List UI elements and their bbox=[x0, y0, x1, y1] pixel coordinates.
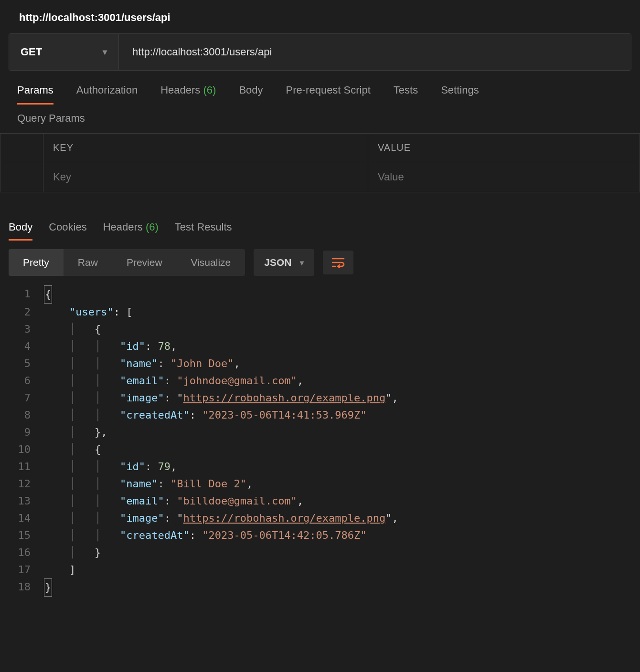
code-line: 10 │ { bbox=[9, 441, 631, 458]
code-line: 16 │ } bbox=[9, 544, 631, 561]
params-checkbox-header bbox=[0, 134, 43, 162]
code-line: 13 │ │ "email": "billdoe@gmail.com", bbox=[9, 493, 631, 510]
code-content: │ │ "image": "https://robohash.org/examp… bbox=[44, 389, 398, 407]
url-input[interactable] bbox=[119, 34, 631, 70]
params-key-header: KEY bbox=[43, 134, 368, 162]
line-number: 17 bbox=[9, 561, 44, 578]
code-line: 12 │ │ "name": "Bill Doe 2", bbox=[9, 475, 631, 493]
params-row-checkbox[interactable] bbox=[0, 162, 43, 192]
line-number: 13 bbox=[9, 493, 44, 510]
code-content: │ { bbox=[44, 441, 101, 458]
params-value-input[interactable] bbox=[378, 171, 630, 183]
query-params-table: KEY VALUE bbox=[0, 133, 640, 192]
tab-count: (6) bbox=[200, 84, 216, 96]
line-number: 15 bbox=[9, 527, 44, 544]
view-mode-visualize[interactable]: Visualize bbox=[177, 249, 245, 276]
request-tab-tests[interactable]: Tests bbox=[394, 84, 418, 105]
response-tab-test-results[interactable]: Test Results bbox=[175, 221, 232, 241]
code-line: 4 │ │ "id": 78, bbox=[9, 338, 631, 355]
code-line: 18} bbox=[9, 578, 631, 597]
request-tab-title: http://localhost:3001/users/api bbox=[0, 0, 640, 33]
code-line: 7 │ │ "image": "https://robohash.org/exa… bbox=[9, 389, 631, 407]
code-line: 1{ bbox=[9, 285, 631, 304]
view-mode-preview[interactable]: Preview bbox=[112, 249, 177, 276]
code-content: │ }, bbox=[44, 424, 107, 441]
request-tab-params[interactable]: Params bbox=[17, 84, 53, 105]
tab-count: (6) bbox=[143, 221, 159, 233]
code-content: │ } bbox=[44, 544, 101, 561]
line-number: 12 bbox=[9, 475, 44, 493]
response-body-code[interactable]: 1{2 "users": [3 │ {4 │ │ "id": 78,5 │ │ … bbox=[0, 282, 640, 600]
line-number: 3 bbox=[9, 321, 44, 338]
code-content: { bbox=[44, 285, 52, 304]
response-toolbar: PrettyRawPreviewVisualize JSON ▾ bbox=[0, 241, 640, 282]
request-tab-settings[interactable]: Settings bbox=[441, 84, 479, 105]
line-number: 16 bbox=[9, 544, 44, 561]
line-number: 4 bbox=[9, 338, 44, 355]
wrap-icon bbox=[331, 257, 345, 268]
code-content: │ { bbox=[44, 321, 101, 338]
code-line: 15 │ │ "createdAt": "2023-05-06T14:42:05… bbox=[9, 527, 631, 544]
request-tab-authorization[interactable]: Authorization bbox=[76, 84, 138, 105]
line-number: 6 bbox=[9, 372, 44, 389]
format-value: JSON bbox=[264, 257, 291, 268]
line-number: 9 bbox=[9, 424, 44, 441]
line-number: 7 bbox=[9, 389, 44, 407]
code-line: 17 ] bbox=[9, 561, 631, 578]
code-line: 6 │ │ "email": "johndoe@gmail.com", bbox=[9, 372, 631, 389]
code-line: 14 │ │ "image": "https://robohash.org/ex… bbox=[9, 510, 631, 527]
query-params-label: Query Params bbox=[0, 105, 640, 133]
line-number: 2 bbox=[9, 304, 44, 321]
line-number: 10 bbox=[9, 441, 44, 458]
response-tab-headers[interactable]: Headers (6) bbox=[103, 221, 159, 241]
code-content: │ │ "createdAt": "2023-05-06T14:41:53.96… bbox=[44, 407, 367, 424]
code-line: 9 │ }, bbox=[9, 424, 631, 441]
http-method-value: GET bbox=[21, 46, 42, 58]
request-tabs: ParamsAuthorizationHeaders (6)BodyPre-re… bbox=[0, 71, 640, 105]
code-content: │ │ "id": 78, bbox=[44, 338, 177, 355]
code-content: } bbox=[44, 578, 52, 597]
code-content: ] bbox=[44, 561, 75, 578]
code-content: │ │ "email": "johndoe@gmail.com", bbox=[44, 372, 303, 389]
request-row: GET ▾ bbox=[9, 33, 631, 71]
code-content: │ │ "name": "John Doe", bbox=[44, 355, 240, 372]
line-number: 5 bbox=[9, 355, 44, 372]
code-content: │ │ "image": "https://robohash.org/examp… bbox=[44, 510, 398, 527]
chevron-down-icon: ▾ bbox=[103, 47, 107, 57]
line-number: 1 bbox=[9, 285, 44, 304]
code-line: 3 │ { bbox=[9, 321, 631, 338]
line-number: 11 bbox=[9, 458, 44, 475]
http-method-select[interactable]: GET ▾ bbox=[9, 34, 119, 70]
code-content: │ │ "email": "billdoe@gmail.com", bbox=[44, 493, 303, 510]
response-tab-body[interactable]: Body bbox=[9, 221, 32, 241]
code-line: 11 │ │ "id": 79, bbox=[9, 458, 631, 475]
code-content: "users": [ bbox=[44, 304, 132, 321]
code-content: │ │ "id": 79, bbox=[44, 458, 177, 475]
params-row bbox=[0, 162, 640, 192]
response-tabs: BodyCookiesHeaders (6)Test Results bbox=[0, 221, 640, 241]
line-number: 8 bbox=[9, 407, 44, 424]
view-mode-raw[interactable]: Raw bbox=[64, 249, 112, 276]
format-select[interactable]: JSON ▾ bbox=[254, 249, 314, 276]
request-tab-pre-request-script[interactable]: Pre-request Script bbox=[286, 84, 371, 105]
params-value-header: VALUE bbox=[368, 134, 640, 162]
response-tab-cookies[interactable]: Cookies bbox=[49, 221, 86, 241]
line-number: 14 bbox=[9, 510, 44, 527]
view-mode-pretty[interactable]: Pretty bbox=[9, 249, 64, 276]
code-content: │ │ "createdAt": "2023-05-06T14:42:05.78… bbox=[44, 527, 367, 544]
request-tab-body[interactable]: Body bbox=[239, 84, 263, 105]
code-content: │ │ "name": "Bill Doe 2", bbox=[44, 475, 253, 493]
request-tab-headers[interactable]: Headers (6) bbox=[160, 84, 216, 105]
line-number: 18 bbox=[9, 578, 44, 597]
code-line: 2 "users": [ bbox=[9, 304, 631, 321]
code-line: 8 │ │ "createdAt": "2023-05-06T14:41:53.… bbox=[9, 407, 631, 424]
code-line: 5 │ │ "name": "John Doe", bbox=[9, 355, 631, 372]
params-key-input[interactable] bbox=[53, 171, 358, 183]
view-mode-group: PrettyRawPreviewVisualize bbox=[9, 249, 245, 276]
chevron-down-icon: ▾ bbox=[300, 258, 304, 267]
wrap-lines-button[interactable] bbox=[323, 251, 353, 274]
